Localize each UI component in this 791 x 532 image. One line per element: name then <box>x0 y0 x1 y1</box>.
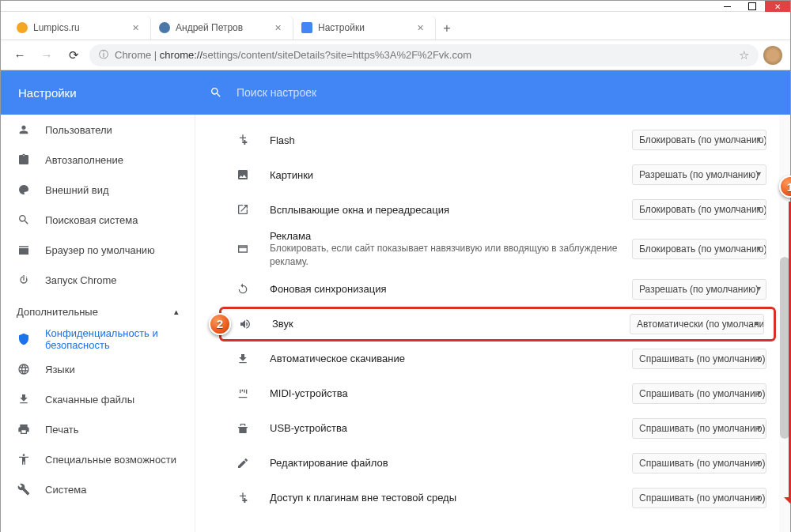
permission-label: Картинки <box>270 169 632 181</box>
sidebar-item-downloads[interactable]: Скачанные файлы <box>1 384 195 414</box>
permission-icon <box>235 167 251 183</box>
permission-label: Доступ к плагинам вне тестовой среды <box>270 492 632 504</box>
url-bar[interactable]: ⓘ Chrome | chrome://settings/content/sit… <box>89 44 759 66</box>
permission-select[interactable]: Блокировать (по умолчанию) <box>632 130 766 150</box>
permission-select[interactable]: Блокировать (по умолчанию) <box>632 239 766 259</box>
permission-label: Реклама <box>270 230 632 242</box>
permission-row: Доступ к плагинам вне тестовой среды Спр… <box>219 481 776 515</box>
sidebar-label: Печать <box>45 424 79 436</box>
wrench-icon <box>17 482 31 496</box>
permission-icon <box>235 455 251 471</box>
annotation-marker-2: 2 <box>209 313 231 335</box>
permission-row: Звук Автоматически (по умолчанию) 2 <box>219 307 776 341</box>
close-tab-icon[interactable]: ✕ <box>417 23 424 33</box>
globe-icon <box>17 362 31 376</box>
sidebar-item-accessibility[interactable]: Специальные возможности <box>1 444 195 474</box>
tab-lumpics[interactable]: Lumpics.ru ✕ <box>9 16 151 40</box>
search-input[interactable] <box>237 86 790 99</box>
permission-select[interactable]: Разрешать (по умолчанию) <box>632 164 766 185</box>
reload-button[interactable]: ⟳ <box>62 44 85 66</box>
permission-icon <box>237 316 253 332</box>
sidebar-label: Поисковая система <box>45 214 138 226</box>
permission-select[interactable]: Блокировать (по умолчанию) <box>632 199 766 220</box>
forward-button[interactable]: → <box>36 44 58 66</box>
sidebar-label: Скачанные файлы <box>45 394 134 406</box>
sidebar-advanced-header[interactable]: Дополнительные ▴ <box>1 295 195 324</box>
url-text: Chrome | chrome://settings/content/siteD… <box>115 49 471 61</box>
favicon-icon <box>159 22 170 33</box>
new-tab-button[interactable]: + <box>436 17 458 40</box>
permission-label: Звук <box>272 318 630 330</box>
tab-strip: Lumpics.ru ✕ Андрей Петров ✕ Настройки ✕… <box>1 12 790 40</box>
permission-select[interactable]: Спрашивать (по умолчанию) <box>632 383 766 404</box>
sidebar-item-users[interactable]: Пользователи <box>1 115 195 145</box>
permission-label: Flash <box>270 134 632 146</box>
sidebar-item-autofill[interactable]: Автозаполнение <box>1 145 195 175</box>
permission-label: Фоновая синхронизация <box>270 283 632 295</box>
printer-icon <box>17 422 31 436</box>
permission-icon <box>235 202 251 217</box>
sidebar-item-languages[interactable]: Языки <box>1 354 195 384</box>
close-window-button[interactable] <box>765 1 790 12</box>
clipboard-icon <box>17 153 31 167</box>
user-icon <box>17 123 31 137</box>
settings-header: Настройки <box>1 70 790 115</box>
palette-icon <box>17 183 31 197</box>
permission-row: USB-устройства Спрашивать (по умолчанию) <box>219 411 776 446</box>
address-bar: ← → ⟳ ⓘ Chrome | chrome://settings/conte… <box>1 40 790 70</box>
sidebar-item-default-browser[interactable]: Браузер по умолчанию <box>1 235 195 265</box>
sidebar-item-search[interactable]: Поисковая система <box>1 205 195 235</box>
tab-vk[interactable]: Андрей Петров ✕ <box>151 16 293 40</box>
download-icon <box>17 392 31 406</box>
permission-row: Редактирование файлов Спрашивать (по умо… <box>219 446 776 481</box>
permission-label: MIDI-устройства <box>270 387 632 399</box>
maximize-button[interactable] <box>740 1 765 12</box>
profile-avatar[interactable] <box>763 46 782 65</box>
close-tab-icon[interactable]: ✕ <box>274 23 282 33</box>
favicon-icon <box>301 22 312 33</box>
permission-row: Реклама Блокировать, если сайт показывае… <box>219 227 776 272</box>
permission-row: Всплывающие окна и переадресация Блокиро… <box>219 192 776 227</box>
permission-row: MIDI-устройства Спрашивать (по умолчанию… <box>219 376 776 411</box>
tab-title: Андрей Петров <box>176 22 243 33</box>
bookmark-star-icon[interactable]: ☆ <box>739 48 749 62</box>
sidebar-label: Запуск Chrome <box>45 274 117 286</box>
settings-title: Настройки <box>1 86 195 100</box>
permission-row: Фоновая синхронизация Разрешать (по умол… <box>219 272 776 307</box>
chevron-up-icon: ▴ <box>174 307 179 317</box>
minimize-button[interactable] <box>714 1 740 12</box>
permission-icon <box>235 241 251 257</box>
sidebar: Пользователи Автозаполнение Внешний вид … <box>1 115 195 532</box>
sidebar-item-privacy[interactable]: Конфиденциальность и безопасность <box>1 324 195 354</box>
main-panel: Flash Блокировать (по умолчанию) Картинк… <box>195 115 790 532</box>
back-button[interactable]: ← <box>9 44 31 66</box>
close-tab-icon[interactable]: ✕ <box>132 23 139 33</box>
tab-title: Настройки <box>318 22 365 33</box>
permission-icon <box>235 281 251 297</box>
favicon-icon <box>17 22 28 33</box>
sidebar-label: Пользователи <box>45 124 112 136</box>
permission-select[interactable]: Спрашивать (по умолчанию) <box>632 453 766 474</box>
permission-select[interactable]: Спрашивать (по умолчанию) <box>632 488 766 508</box>
accessibility-icon <box>17 452 31 466</box>
sidebar-item-print[interactable]: Печать <box>1 414 195 444</box>
permission-icon <box>235 421 251 436</box>
permission-label: Автоматическое скачивание <box>270 353 632 364</box>
permission-select[interactable]: Автоматически (по умолчанию) <box>630 314 764 334</box>
tab-settings[interactable]: Настройки ✕ <box>293 16 436 40</box>
permission-select[interactable]: Разрешать (по умолчанию) <box>632 279 766 300</box>
permission-icon <box>235 132 251 148</box>
sidebar-item-appearance[interactable]: Внешний вид <box>1 175 195 205</box>
sidebar-label: Внешний вид <box>45 184 109 196</box>
permission-select[interactable]: Спрашивать (по умолчанию) <box>632 418 766 439</box>
permission-label: Всплывающие окна и переадресация <box>270 204 632 216</box>
settings-search[interactable] <box>195 86 790 99</box>
sidebar-item-system[interactable]: Система <box>1 474 195 504</box>
permission-label: USB-устройства <box>270 422 632 434</box>
permission-icon <box>235 490 251 506</box>
tab-title: Lumpics.ru <box>33 22 80 33</box>
permission-select[interactable]: Спрашивать (по умолчанию) <box>632 349 766 369</box>
content-area: Пользователи Автозаполнение Внешний вид … <box>1 115 790 532</box>
permission-sublabel: Блокировать, если сайт показывает навязч… <box>270 242 632 269</box>
sidebar-item-startup[interactable]: Запуск Chrome <box>1 265 195 295</box>
